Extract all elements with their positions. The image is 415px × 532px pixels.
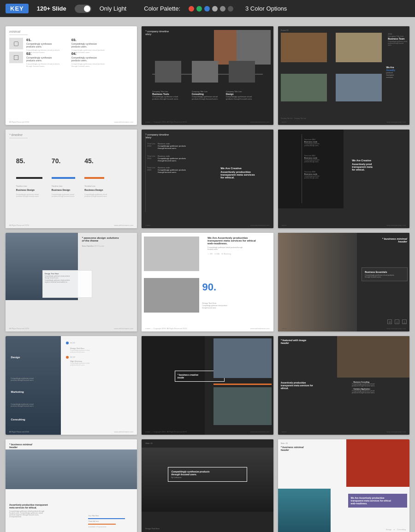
slide-5[interactable]: * company timelinestory Time Line2014 Bu… — [142, 130, 273, 228]
only-light-toggle[interactable] — [75, 5, 91, 13]
slide-footer-4: All Right Reserved 2016 www.websitename.… — [9, 224, 133, 226]
key-badge: KEY — [6, 4, 29, 13]
slide-footer-8: martin — Copyright 2016. All Right Reser… — [145, 327, 269, 330]
slide-15[interactable]: Slide: 05 * business minimalheader We Ar… — [278, 439, 409, 532]
slide-4[interactable]: * timeline 85. 70. 45. Timeline Line Bus… — [6, 130, 137, 228]
topbar: KEY 120+ Slide Only Light Color Palette:… — [0, 0, 415, 17]
slide-6[interactable]: Time Line 2014Business nodeCompetitingly… — [278, 130, 409, 228]
palette-dot-red[interactable] — [189, 6, 194, 12]
slide-13[interactable]: * business minimalheader Assertively pro… — [6, 439, 137, 532]
palette-dot-gray1[interactable] — [212, 6, 218, 12]
slide-1[interactable]: minimal 01. Competitingly synthesizeprod… — [6, 26, 137, 125]
color-options-label: 3 Color Options — [245, 5, 287, 12]
slide-footer-3: martin www.websitename.com — [282, 121, 406, 123]
color-palette-label: Color Palette: — [144, 5, 180, 12]
slide-2[interactable]: * company timelinestory Company Title Li… — [142, 26, 273, 125]
slide-11[interactable]: * business creativeinside martin — Copyr… — [142, 336, 273, 435]
palette-dot-gray3[interactable] — [228, 6, 233, 12]
slide-10[interactable]: Design Competitingly synthesize virtualp… — [6, 336, 137, 435]
slide-count: 120+ Slide — [37, 5, 66, 12]
slide-footer-5: martin www.websitename.com — [145, 224, 269, 226]
slide-14[interactable]: Slide: 01 Competitingly synthesize produ… — [142, 439, 273, 532]
palette-dot-green[interactable] — [196, 6, 202, 12]
only-light-label: Only Light — [100, 5, 127, 12]
slide-footer: All Right Reserved 2016 www.websitename.… — [9, 121, 133, 123]
slide-footer-11: martin — Copyright 2016. All Right Reser… — [145, 431, 269, 433]
palette-dot-blue[interactable] — [204, 6, 210, 12]
slide-9[interactable]: * business minimalheader Business Essent… — [278, 233, 409, 331]
slide-footer-7: All Right Reserved 2016 www.websitename.… — [9, 327, 133, 330]
slide-12[interactable]: * featured with imageheader Assertively … — [278, 336, 409, 435]
slide-footer-9: martin www.websitename.com — [282, 327, 406, 330]
slide-footer-2: martin — Copyright 2016. All Right Reser… — [145, 121, 269, 123]
slide-footer-10: All Right Reserved 2016 www.websitename.… — [9, 431, 133, 433]
slide-3[interactable]: Frame 01 2014 Company Title Line Busines… — [278, 26, 409, 125]
palette-dots — [189, 6, 233, 12]
slide-footer-6: martin www.websitename.com — [282, 224, 406, 226]
palette-dot-gray2[interactable] — [220, 6, 225, 12]
slide-footer-12: martin www.websitename.com — [282, 431, 406, 433]
slide-8[interactable]: We Are Assertively producitizetransparen… — [142, 233, 273, 331]
slide-7[interactable]: Design Test Here Competitingly synthesiz… — [6, 233, 137, 331]
slide-grid: minimal 01. Competitingly synthesizeprod… — [0, 17, 415, 532]
